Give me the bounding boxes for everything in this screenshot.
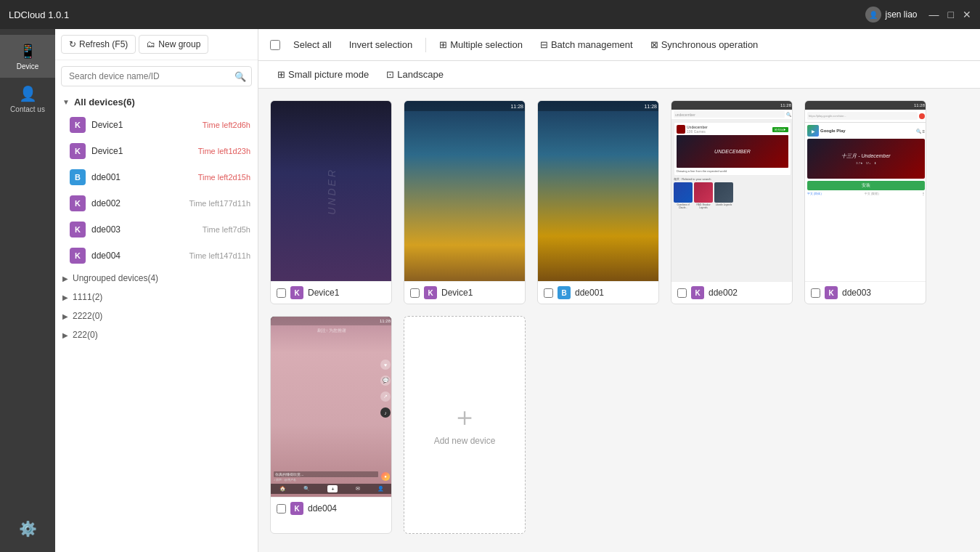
device-card[interactable]: 11:28 K Device1 — [404, 100, 526, 304]
card-checkbox[interactable] — [544, 288, 553, 298]
main-content: Select all Invert selection ⊞ Multiple s… — [258, 29, 980, 552]
batch-management-button[interactable]: ⊟ Batch management — [533, 36, 640, 54]
close-button[interactable]: ✕ — [963, 9, 971, 20]
window-controls[interactable]: — □ ✕ — [929, 9, 971, 20]
card-name: Device1 — [308, 288, 339, 298]
screen-content: UNDER — [271, 101, 392, 281]
screen-content: 11:28 undecember 🔍 Undecember106 Games — [671, 101, 793, 281]
main-toolbar: Select all Invert selection ⊞ Multiple s… — [258, 29, 980, 61]
avatar: K — [70, 248, 86, 264]
sync-operation-button[interactable]: ⊠ Synchronous operation — [643, 36, 766, 54]
sidebar-device-label: Device — [17, 62, 39, 70]
status-bar: 11:28 — [538, 101, 659, 111]
list-item[interactable]: K dde002 Time left177d11h — [55, 190, 258, 216]
screen-content: 11:28 — [538, 101, 659, 281]
chevron-right-icon: ▶ — [62, 331, 68, 339]
new-group-button[interactable]: 🗂 New group — [139, 35, 208, 54]
group3-header[interactable]: ▶ 222(0) — [55, 325, 258, 344]
app-body: 📱 Device 👤 Contact us ⚙️ ↻ Refresh (F5) … — [0, 29, 980, 552]
list-item[interactable]: B dde001 Time left2d15h — [55, 164, 258, 190]
ungrouped-header[interactable]: ▶ Ungrouped devices(4) — [55, 269, 258, 288]
device-card[interactable]: UNDER K Device1 — [270, 100, 392, 304]
multiple-icon: ⊞ — [439, 39, 447, 50]
all-devices-header[interactable]: ▼ All devices(6) — [55, 92, 258, 112]
status-bar: 11:28 — [404, 101, 526, 111]
device-list-scroll: ▼ All devices(6) K Device1 Time left2d6h… — [55, 92, 258, 552]
sidebar-item-contact[interactable]: 👤 Contact us — [0, 78, 55, 121]
settings-icon: ⚙️ — [19, 520, 37, 537]
search-icon: 🔍 — [234, 71, 246, 82]
select-all-checkbox[interactable] — [270, 40, 280, 50]
card-avatar: K — [691, 286, 704, 299]
device-screen: 11:28 刷注↑ 为您推谢 ♥ 💬 ↗ ♪ — [271, 317, 392, 497]
avatar: K — [70, 143, 86, 159]
small-picture-button[interactable]: ⊞ Small picture mode — [270, 65, 376, 84]
card-checkbox[interactable] — [277, 504, 286, 514]
landscape-button[interactable]: ⊡ Landscape — [379, 65, 451, 84]
device-card[interactable]: 11:28 B dde001 — [537, 100, 659, 304]
ungrouped-label: Ungrouped devices(4) — [73, 273, 158, 283]
device-card[interactable]: 11:28 刷注↑ 为您推谢 ♥ 💬 ↗ ♪ — [270, 316, 392, 534]
device-card[interactable]: 11:28 https://play.google.com/stor... ▶ — [804, 100, 926, 304]
chevron-right-icon: ▶ — [62, 293, 68, 301]
card-name: dde001 — [575, 288, 604, 298]
maximize-button[interactable]: □ — [948, 9, 954, 20]
chevron-down-icon: ▼ — [62, 98, 70, 106]
group2-header[interactable]: ▶ 2222(0) — [55, 307, 258, 325]
refresh-button[interactable]: ↻ Refresh (F5) — [61, 35, 136, 54]
device-screen: 11:28 undecember 🔍 Undecember106 Games — [671, 101, 793, 281]
group1-header[interactable]: ▶ 1111(2) — [55, 288, 258, 307]
list-item[interactable]: K dde004 Time left147d11h — [55, 243, 258, 269]
card-footer: K dde003 — [805, 281, 926, 304]
card-checkbox[interactable] — [410, 288, 420, 298]
select-all-button[interactable]: Select all — [286, 36, 339, 54]
add-device-card[interactable]: ＋ Add new device — [404, 316, 526, 534]
list-item[interactable]: K dde003 Time left7d5h — [55, 216, 258, 243]
titlebar: LDCloud 1.0.1 👤 jsen liao — □ ✕ — [0, 0, 980, 29]
device-toolbar: ↻ Refresh (F5) 🗂 New group — [55, 29, 258, 60]
user-info: 👤 jsen liao — [865, 7, 918, 23]
sidebar-item-device[interactable]: 📱 Device — [0, 35, 55, 78]
separator — [425, 38, 426, 52]
card-footer: K Device1 — [271, 281, 391, 304]
search-input[interactable] — [61, 66, 252, 86]
sidebar-contact-label: Contact us — [10, 105, 45, 113]
icon-sidebar: 📱 Device 👤 Contact us ⚙️ — [0, 29, 55, 552]
card-footer: K dde002 — [671, 281, 792, 304]
card-name: dde002 — [709, 288, 738, 298]
card-avatar: K — [825, 286, 838, 299]
card-name: Device1 — [441, 288, 473, 298]
list-item[interactable]: K Device1 Time left2d6h — [55, 112, 258, 138]
avatar: K — [70, 195, 86, 211]
device-grid: UNDER K Device1 11:28 — [258, 89, 980, 552]
minimize-button[interactable]: — — [929, 9, 939, 20]
card-name: dde004 — [308, 503, 337, 514]
add-device-label: Add new device — [434, 436, 496, 446]
card-avatar: K — [290, 502, 303, 515]
multiple-selection-button[interactable]: ⊞ Multiple selection — [432, 36, 530, 54]
chevron-right-icon: ▶ — [62, 275, 68, 283]
screen-content: 11:28 刷注↑ 为您推谢 ♥ 💬 ↗ ♪ — [271, 317, 392, 497]
plus-icon: ＋ — [452, 404, 478, 430]
device-screen: 11:28 https://play.google.com/stor... ▶ — [805, 101, 926, 281]
list-item[interactable]: K Device1 Time left1d23h — [55, 138, 258, 164]
invert-selection-button[interactable]: Invert selection — [342, 36, 420, 54]
card-checkbox[interactable] — [677, 288, 687, 298]
screen-content: 11:28 https://play.google.com/stor... ▶ — [805, 101, 926, 281]
card-checkbox[interactable] — [811, 288, 820, 298]
card-avatar: K — [290, 286, 303, 299]
device-icon: 📱 — [19, 42, 37, 60]
group1-label: 1111(2) — [73, 292, 102, 302]
card-checkbox[interactable] — [277, 288, 286, 298]
batch-icon: ⊟ — [540, 39, 548, 50]
avatar: K — [70, 117, 86, 133]
sidebar-item-settings[interactable]: ⚙️ — [0, 513, 55, 545]
new-group-icon: 🗂 — [147, 39, 155, 49]
grid-icon: ⊞ — [277, 69, 285, 80]
device-screen: UNDER — [271, 101, 392, 281]
sync-icon: ⊠ — [650, 39, 658, 50]
search-box[interactable]: 🔍 — [61, 66, 252, 86]
user-avatar: 👤 — [865, 7, 881, 23]
device-card[interactable]: 11:28 undecember 🔍 Undecember106 Games — [671, 100, 793, 304]
app-title: LDCloud 1.0.1 — [9, 9, 865, 20]
